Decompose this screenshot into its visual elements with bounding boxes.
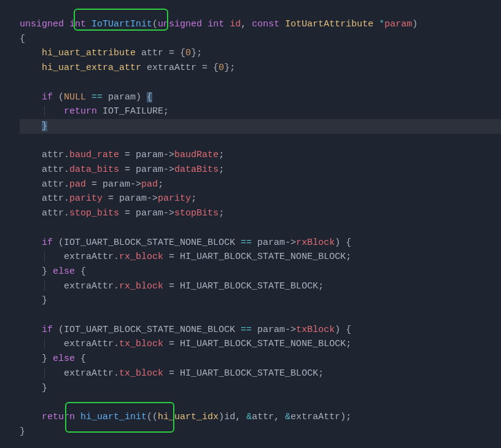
code-line: │ extraAttr.tx_block = HI_UART_BLOCK_STA… [20,337,501,352]
code-line [20,75,501,90]
code-line: │ extraAttr.rx_block = HI_UART_BLOCK_STA… [20,250,501,265]
code-line-active: } [20,119,501,134]
constant: HI_UART_BLOCK_STATE_BLOCK [180,281,318,292]
variable: param [108,92,136,102]
variable: attr [42,150,64,160]
paren: ) [340,412,346,422]
indent-guide: │ [42,339,64,349]
property: rx_block [119,252,163,262]
operator: = [119,208,136,218]
keyword: int [208,19,224,29]
property: parity [69,193,103,204]
property: baud_rate [69,150,119,160]
code-line: │ return IOT_FAILURE; [20,104,501,119]
variable: attr [252,412,274,422]
indent-guide: │ [42,106,64,117]
dot: . [64,193,69,204]
variable: extraAttr [64,252,114,262]
variable: attr [42,193,64,204]
constant: HI_UART_BLOCK_STATE_NONE_BLOCK [180,252,346,262]
arrow: -> [163,150,174,160]
semicolon: ; [196,48,202,58]
code-line: attr.data_bits = param->dataBits; [20,163,501,177]
comma: , [235,412,246,422]
paren: ) [136,92,147,102]
indent-guide: │ [42,281,64,292]
operator: = [196,63,213,73]
function-call: hi_uart_init [75,412,147,422]
constant: IOT_FAILURE [97,106,163,117]
brace: } [42,295,47,306]
null-literal: NULL [64,92,86,102]
code-line: if (IOT_UART_BLOCK_STATE_NONE_BLOCK == p… [20,236,501,250]
variable: attr [42,179,64,190]
code-line [20,308,501,323]
variable: param [136,208,163,218]
variable: id [224,412,235,422]
property: rx_block [119,281,163,292]
brace: { [75,353,86,364]
brace: { [213,63,219,73]
variable: attr [141,48,163,58]
variable: extraAttr [147,63,196,73]
paren: ( [53,92,64,102]
type-name: IotUartAttribute [285,19,373,29]
dot: . [114,339,119,349]
code-line: } [20,381,501,396]
operator: = [119,150,136,160]
variable: extraAttr [290,412,340,422]
keyword: else [53,353,75,364]
operator: & [246,412,252,422]
constant: HI_UART_BLOCK_STATE_NONE_BLOCK [180,339,346,349]
code-line: { [20,32,501,47]
code-editor[interactable]: unsigned int IoTUartInit(unsigned int id… [0,0,501,448]
property: pad [141,179,158,190]
semicolon: ; [346,412,351,422]
code-line: if (NULL == param) { [20,90,501,105]
arrow: -> [130,179,141,190]
dot: . [64,164,69,175]
operator: & [285,412,290,422]
paren: (( [147,412,158,422]
number: 0 [185,48,191,58]
keyword: return [64,106,97,117]
operator: = [163,252,180,262]
property: dataBits [174,164,219,175]
variable: param [257,238,285,248]
variable: param [136,164,163,175]
brace: } [42,383,47,393]
code-line: } else { [20,352,501,366]
semicolon: ; [158,179,163,190]
variable: param [257,325,285,335]
operator: = [163,368,180,379]
matched-brace: } [42,121,47,131]
variable: attr [42,164,64,175]
operator: * [379,19,384,29]
keyword: return [42,412,75,422]
operator: = [86,179,103,190]
paren: ) { [335,325,351,335]
arrow: -> [163,208,174,218]
code-line: } else { [20,265,501,279]
keyword: int [69,19,86,29]
keyword: if [42,238,53,248]
brace: { [20,34,25,44]
semicolon: ; [318,368,324,379]
brace: { [75,266,86,277]
arrow: -> [147,193,158,204]
property: data_bits [69,164,119,175]
number: 0 [219,63,224,73]
property: stop_bits [69,208,119,218]
code-line: │ extraAttr.rx_block = HI_UART_BLOCK_STA… [20,279,501,294]
code-line: if (IOT_UART_BLOCK_STATE_NONE_BLOCK == p… [20,323,501,338]
constant: HI_UART_BLOCK_STATE_BLOCK [180,368,318,379]
code-line: } [20,293,501,308]
brace: } [42,353,53,364]
function-name: IoTUartInit [91,19,152,29]
paren: ) { [335,238,351,248]
matched-brace: { [147,92,152,102]
variable: param [119,193,147,204]
keyword: if [42,92,53,102]
semicolon: ; [191,193,196,204]
code-line [20,134,501,149]
